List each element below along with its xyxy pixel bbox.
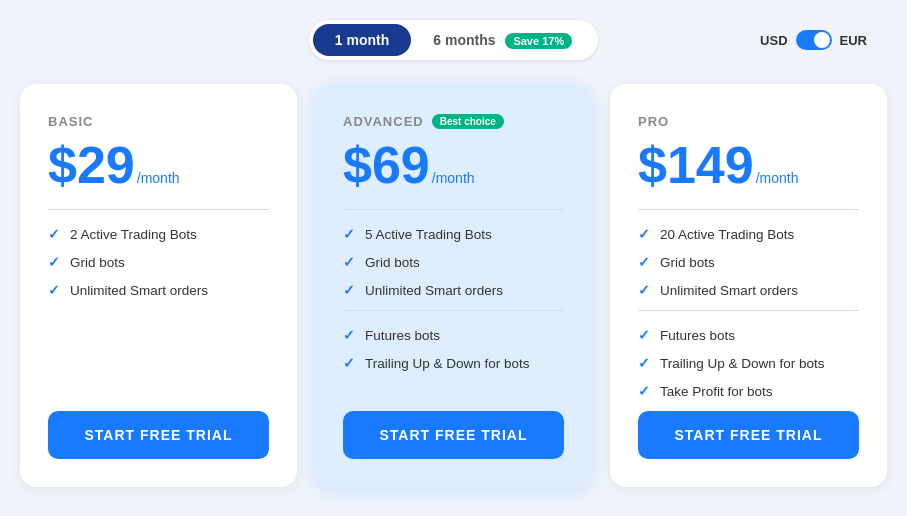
plan-title: PRO	[638, 114, 669, 129]
check-icon: ✓	[638, 282, 650, 298]
billing-toggle: 1 month 6 months Save 17%	[309, 20, 598, 60]
price-divider	[343, 209, 564, 210]
best-choice-badge: Best choice	[432, 114, 504, 129]
usd-label: USD	[760, 33, 787, 48]
check-icon: ✓	[48, 254, 60, 270]
features-list: ✓2 Active Trading Bots✓Grid bots✓Unlimit…	[48, 226, 269, 411]
plan-card-advanced: ADVANCEDBest choice $69 /month ✓5 Active…	[315, 84, 592, 487]
biannual-billing-button[interactable]: 6 months Save 17%	[411, 24, 594, 56]
price-divider	[48, 209, 269, 210]
features-list: ✓20 Active Trading Bots✓Grid bots✓Unlimi…	[638, 226, 859, 411]
plan-title: BASIC	[48, 114, 93, 129]
feature-item: ✓Grid bots	[48, 254, 269, 270]
eur-label: EUR	[840, 33, 867, 48]
feature-item: ✓Unlimited Smart orders	[48, 282, 269, 298]
plan-card-basic: BASIC $29 /month ✓2 Active Trading Bots✓…	[20, 84, 297, 487]
feature-item: ✓Trailing Up & Down for bots	[343, 355, 564, 371]
feature-item: ✓Unlimited Smart orders	[343, 282, 564, 298]
check-icon: ✓	[343, 226, 355, 242]
pricing-cards: BASIC $29 /month ✓2 Active Trading Bots✓…	[20, 84, 887, 487]
price-amount: $149	[638, 139, 754, 191]
save-badge: Save 17%	[505, 33, 572, 49]
check-icon: ✓	[343, 282, 355, 298]
feature-item: ✓20 Active Trading Bots	[638, 226, 859, 242]
check-icon: ✓	[343, 355, 355, 371]
price-row: $69 /month	[343, 139, 564, 191]
price-row: $149 /month	[638, 139, 859, 191]
feature-item: ✓Take Profit for bots	[638, 383, 859, 399]
check-icon: ✓	[638, 226, 650, 242]
check-icon: ✓	[343, 254, 355, 270]
feature-item: ✓Grid bots	[638, 254, 859, 270]
start-trial-button[interactable]: START FREE TRIAL	[638, 411, 859, 459]
feature-item: ✓Trailing Up & Down for bots	[638, 355, 859, 371]
card-title: PRO	[638, 114, 859, 129]
monthly-billing-button[interactable]: 1 month	[313, 24, 411, 56]
check-icon: ✓	[638, 327, 650, 343]
price-amount: $69	[343, 139, 430, 191]
price-unit: /month	[756, 170, 799, 186]
currency-switch[interactable]	[796, 30, 832, 50]
feature-item: ✓5 Active Trading Bots	[343, 226, 564, 242]
card-title: ADVANCEDBest choice	[343, 114, 564, 129]
feature-item: ✓Unlimited Smart orders	[638, 282, 859, 298]
start-trial-button[interactable]: START FREE TRIAL	[48, 411, 269, 459]
plan-title: ADVANCED	[343, 114, 424, 129]
price-amount: $29	[48, 139, 135, 191]
top-bar: 1 month 6 months Save 17% USD EUR	[20, 20, 887, 60]
plan-card-pro: PRO $149 /month ✓20 Active Trading Bots✓…	[610, 84, 887, 487]
feature-item: ✓Futures bots	[343, 327, 564, 343]
price-row: $29 /month	[48, 139, 269, 191]
section-divider	[343, 310, 564, 311]
features-list: ✓5 Active Trading Bots✓Grid bots✓Unlimit…	[343, 226, 564, 411]
check-icon: ✓	[343, 327, 355, 343]
check-icon: ✓	[638, 355, 650, 371]
price-unit: /month	[432, 170, 475, 186]
check-icon: ✓	[638, 254, 650, 270]
section-divider	[638, 310, 859, 311]
start-trial-button[interactable]: START FREE TRIAL	[343, 411, 564, 459]
check-icon: ✓	[48, 226, 60, 242]
feature-item: ✓2 Active Trading Bots	[48, 226, 269, 242]
feature-item: ✓Futures bots	[638, 327, 859, 343]
price-unit: /month	[137, 170, 180, 186]
check-icon: ✓	[638, 383, 650, 399]
price-divider	[638, 209, 859, 210]
feature-item: ✓Grid bots	[343, 254, 564, 270]
currency-toggle: USD EUR	[760, 30, 867, 50]
check-icon: ✓	[48, 282, 60, 298]
card-title: BASIC	[48, 114, 269, 129]
